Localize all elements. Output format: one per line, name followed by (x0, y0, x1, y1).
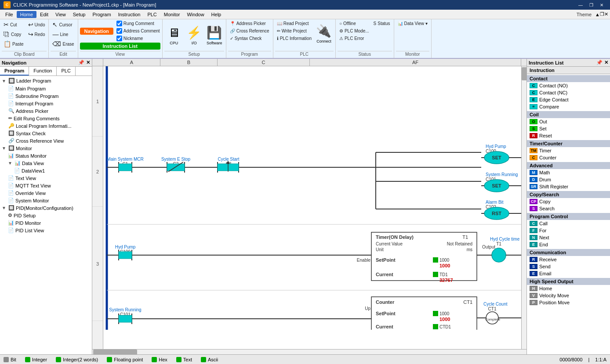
cross-reference-button[interactable]: 🔗 Cross Reference (228, 28, 271, 34)
inst-close-icon[interactable]: ✕ (604, 60, 608, 65)
tab-plc[interactable]: PLC (57, 67, 75, 76)
ribbon-restore-button[interactable]: ❐ (600, 11, 604, 17)
navigation-button[interactable]: Navigation (80, 28, 113, 35)
inst-call[interactable]: C Call (527, 220, 610, 227)
menu-window[interactable]: Window (183, 11, 207, 18)
cpu-button[interactable]: 🖥 CPU (164, 20, 184, 50)
tree-item-pid-list[interactable]: 📄 PID List View (7, 227, 91, 234)
inst-contact-no[interactable]: C Contact (NO) (527, 82, 610, 89)
menu-setup[interactable]: Setup (69, 11, 89, 18)
tree-item-pid[interactable]: ▼ 🔲 PID(Monitor/Configuration) (1, 204, 91, 212)
nav-pin-icon[interactable]: 📌 (78, 60, 84, 65)
expand-monitor-icon[interactable]: ▼ (2, 146, 7, 151)
tab-function[interactable]: Function (29, 67, 57, 76)
write-project-button[interactable]: ✏ Write Project (275, 28, 313, 34)
ribbon-minimize-button[interactable]: ▲ (595, 12, 600, 17)
menu-home[interactable]: Home (17, 11, 36, 18)
tree-item-pid-setup[interactable]: ⚙ PID Setup (7, 212, 91, 219)
inst-out[interactable]: O Out (527, 118, 610, 125)
menu-edit[interactable]: Edit (36, 11, 52, 18)
rung-comment-check[interactable]: Rung Comment (116, 20, 160, 27)
tree-item-pid-monitor[interactable]: 📊 PID Monitor (7, 219, 91, 227)
plc-error-button[interactable]: ⚠ PLC Error (338, 35, 371, 42)
tree-item-ladder-program[interactable]: ▼ 🔲 Ladder Program (1, 77, 91, 85)
tree-item-override[interactable]: 📄 Override View (7, 189, 91, 197)
tree-item-mqtt[interactable]: 📄 MQTT Text View (7, 182, 91, 189)
cut-button[interactable]: ✂ Cut (2, 20, 25, 29)
line-button[interactable]: — Line (51, 30, 76, 39)
undo-button[interactable]: ↩ Undo (26, 20, 47, 29)
horizontal-scrollbar[interactable] (92, 349, 526, 354)
inst-edge-contact[interactable]: E Edge Contact (527, 96, 610, 103)
nickname-check[interactable]: Nickname (116, 35, 160, 42)
menu-plc[interactable]: PLC (144, 11, 160, 18)
address-comment-check[interactable]: Address Comment (116, 28, 160, 34)
inst-email[interactable]: E Email (527, 270, 610, 277)
inst-home[interactable]: H Home (527, 285, 610, 292)
tree-item-status-monitor[interactable]: 📊 Status Monitor (7, 152, 91, 159)
expand-pid-icon[interactable]: ▼ (2, 205, 7, 210)
inst-reset[interactable]: R Reset (527, 132, 610, 139)
tree-item-local-info[interactable]: 🔑 Local Program Informati... (1, 122, 91, 130)
expand-ladder-icon[interactable]: ▼ (2, 79, 7, 83)
instruction-list-content[interactable]: Contact C Contact (NO) C Contact (NC) E … (527, 74, 610, 354)
expand-dataview-icon[interactable]: ▼ (8, 161, 13, 166)
inst-math[interactable]: M Math (527, 169, 610, 176)
copy-button[interactable]: ⿻ Copy (2, 30, 25, 39)
ribbon-close-button[interactable]: ✕ (604, 11, 608, 17)
tree-item-monitor[interactable]: ▼ 🔲 Monitor (1, 144, 91, 152)
plc-mode-button[interactable]: ⚙ PLC Mode... (338, 28, 371, 34)
tree-item-syntax-check[interactable]: 🔲 Syntax Check (1, 130, 91, 137)
menu-file[interactable]: File (2, 11, 17, 18)
close-button[interactable]: ✕ (597, 1, 606, 9)
status-button[interactable]: S Status (372, 20, 392, 27)
data-view-button[interactable]: 📊 Data View ▾ (396, 20, 429, 27)
plc-information-button[interactable]: ℹ PLC Information (275, 35, 313, 42)
vertical-scrollbar[interactable] (521, 66, 526, 349)
menu-program[interactable]: Program (89, 11, 114, 18)
inst-velocity-move[interactable]: V Velocity Move (527, 292, 610, 299)
instruction-list-button[interactable]: Instruction List (80, 43, 160, 50)
inst-send[interactable]: S Send (527, 263, 610, 270)
inst-shift-register[interactable]: SR Shift Register (527, 183, 610, 190)
inst-drum[interactable]: D Drum (527, 176, 610, 183)
cursor-button[interactable]: ↖ Cursor (51, 20, 76, 29)
tree-item-interrupt[interactable]: 📄 Interrupt Program (7, 100, 91, 107)
scrollbar-thumb-h[interactable] (93, 350, 137, 355)
tree-item-text-view[interactable]: 📄 Text View (7, 174, 91, 182)
ladder-diagram[interactable]: Main System MCR C1 System E Stop C2 (103, 66, 521, 349)
tree-item-system-monitor[interactable]: 📄 System Monitor (7, 197, 91, 204)
tab-program[interactable]: Program (0, 67, 29, 76)
inst-search[interactable]: S Search (527, 205, 610, 212)
erase-button[interactable]: ⌫ Erase (51, 40, 76, 48)
menu-instruction[interactable]: Instruction (115, 11, 144, 18)
tree-item-subroutine[interactable]: 📄 Subroutine Program (7, 92, 91, 100)
address-picker-button[interactable]: 📍 Address Picker (228, 20, 271, 27)
inst-copy[interactable]: CP Copy (527, 198, 610, 205)
tree-item-cross-ref[interactable]: 🔗 Cross Reference View (1, 137, 91, 144)
io-button[interactable]: ⚡ I/O (185, 20, 204, 50)
inst-for[interactable]: F For (527, 227, 610, 234)
read-project-button[interactable]: 📖 Read Project (275, 20, 313, 27)
inst-timer[interactable]: TM Timer (527, 147, 610, 154)
tree-item-dataview1[interactable]: 📄 DataView1 (13, 167, 91, 174)
inst-receive[interactable]: R Receive (527, 256, 610, 263)
minimize-button[interactable]: — (576, 1, 585, 9)
redo-button[interactable]: ↪ Redo (26, 30, 47, 39)
canvas-body[interactable]: 1 2 3 Main System MCR C1 (92, 66, 526, 349)
menu-help[interactable]: Help (208, 11, 225, 18)
tree-item-address-picker[interactable]: 🔍 Address Picker (1, 107, 91, 115)
window-controls[interactable]: — ❐ ✕ (576, 1, 606, 9)
inst-set[interactable]: S Set (527, 125, 610, 132)
tree-item-edit-rung[interactable]: ✏ Edit Rung Comments (1, 115, 91, 122)
restore-button[interactable]: ❐ (586, 1, 596, 9)
inst-contact-nc[interactable]: C Contact (NC) (527, 89, 610, 96)
offline-button[interactable]: ○ Offline (338, 20, 371, 27)
inst-compare[interactable]: = Compare (527, 103, 610, 110)
tree-item-data-view[interactable]: ▼ 📊 Data View (7, 159, 91, 167)
connect-button[interactable]: 🔌 Connect (314, 20, 334, 47)
scrollbar-thumb-v[interactable] (522, 67, 526, 80)
inst-counter[interactable]: C Counter (527, 154, 610, 161)
paste-button[interactable]: 📋 Paste (2, 40, 25, 48)
menu-view[interactable]: View (52, 11, 69, 18)
